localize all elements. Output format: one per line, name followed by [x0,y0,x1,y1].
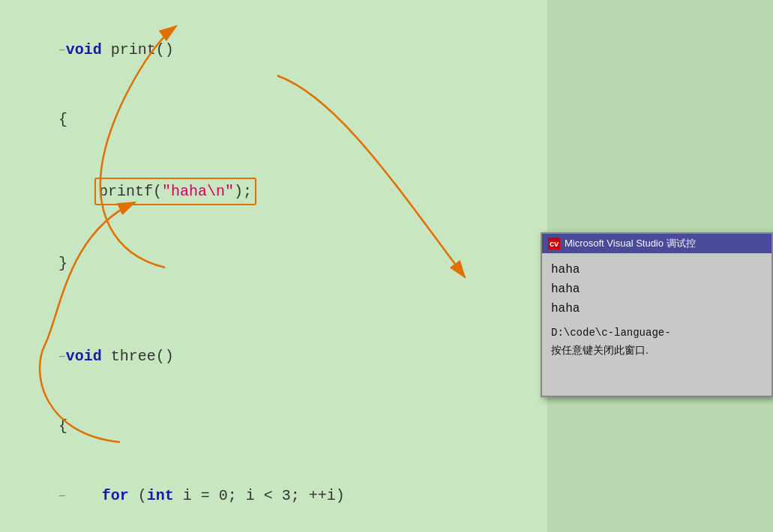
collapse-icon-8: − [58,490,66,504]
code-line-1: −void print() [22,15,540,85]
console-app-icon: cv [548,238,560,250]
code-line-7: { [22,391,540,461]
code-line-8: − for (int i = 0; i < 3; ++i) [22,461,540,531]
console-close-msg: 按任意键关闭此窗口. [551,342,763,358]
console-titlebar: cv Microsoft Visual Studio 调试控 [542,234,772,253]
code-line-6: −void three() [22,321,540,391]
console-body: haha haha haha D:\code\c-language- 按任意键关… [542,253,772,396]
code-line-3: printf("haha\n"); [22,154,540,229]
printf-highlight: printf("haha\n"); [94,178,256,205]
code-line-5 [22,298,540,321]
console-path: D:\code\c-language- [551,325,763,341]
console-output-3: haha [551,300,763,318]
console-output-1: haha [551,261,763,279]
console-output-2: haha [551,280,763,298]
code-area: −void print() { printf("haha\n"); } −voi… [0,0,547,532]
console-window: cv Microsoft Visual Studio 调试控 haha haha… [541,232,773,397]
console-title: Microsoft Visual Studio 调试控 [565,237,696,250]
collapse-icon-6: − [58,351,66,364]
code-line-4: } [22,229,540,298]
collapse-icon-1: − [58,44,66,58]
code-line-2: { [22,85,540,154]
